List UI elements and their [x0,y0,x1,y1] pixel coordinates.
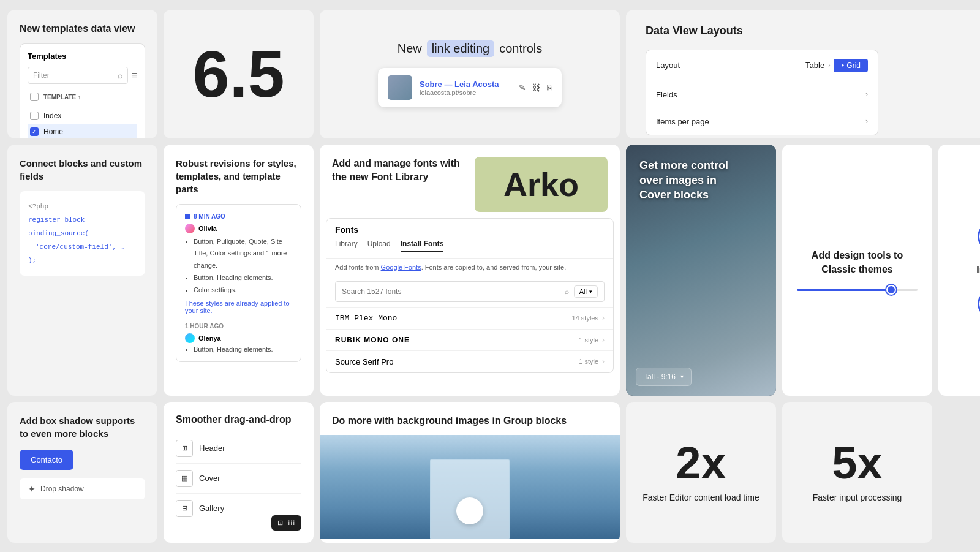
fonts-panel: Fonts Library Upload Install Fonts Add f… [326,218,614,373]
gallery-drag-icon: ⊟ [176,500,193,517]
layout-chevron: › [828,62,830,69]
dot-icon: ● [841,62,844,68]
header-drag-icon: ⊞ [176,440,193,457]
font-row-right-source: 1 style › [579,357,605,366]
spinner-top-left [978,223,981,250]
tab-install-fonts[interactable]: Install Fonts [401,240,444,252]
fonts-panel-header: Fonts Library Upload Install Fonts [326,219,613,259]
font-row-rubik[interactable]: RUBIK MONO ONE 1 style › [326,329,613,350]
chevron-source: › [602,357,605,366]
box-shadow-card: Add box shadow supports to even more blo… [7,402,157,543]
arko-display: Arko [475,157,608,212]
link-editing-title: New link editing controls [398,40,543,57]
faster-editor-number: 2x [676,440,726,486]
drag-item-cover: ▦ Cover [176,464,301,494]
slider-thumb [886,285,896,295]
cover-text: Get more control over images in Cover bl… [639,158,738,203]
template-item-home[interactable]: ✓ Home [28,124,137,138]
template-item-index[interactable]: Index [28,108,137,124]
home-checkbox[interactable]: ✓ [30,127,39,136]
dragdrop-title: Smoother drag-and-drop [176,414,301,425]
table-option[interactable]: Table [805,61,824,70]
revision-dot-1: ● [185,214,190,219]
code-line-5: ); [28,254,137,267]
fonts-search-input[interactable] [342,287,565,296]
font-filter-select[interactable]: All▾ [574,285,598,298]
edit-icon[interactable]: ✎ [519,83,526,93]
contacto-button[interactable]: Contacto [20,450,74,470]
bg-image-top: Do more with background images in Group … [320,402,620,435]
code-block: <?php register_block_ binding_source( 'c… [20,191,145,276]
template-column-header: TEMPLATE ↑ [28,90,137,104]
search-icon: ⌕ [118,70,123,80]
grid-btn[interactable]: ● Grid [834,59,868,72]
code-line-4: 'core/custom-field', … [28,240,137,254]
link-card: Sobre — Leia Acosta leiaacosta.pt/sobre … [378,68,562,107]
link-info: Sobre — Leia Acosta leiaacosta.pt/sobre [420,80,511,96]
interactivity-title: Interactivity API [976,265,980,276]
revision-author-2: Olenya [185,333,292,343]
font-name-rubik: RUBIK MONO ONE [335,336,410,344]
font-row-right-rubik: 1 style › [579,336,605,344]
revisions-card: Robust revisions for styles, templates, … [164,145,314,396]
drag-toolbar-icon1[interactable]: ⊡ [277,519,283,527]
unlink-icon[interactable]: ⛓ [532,83,541,93]
chevron-ibm: › [602,314,605,322]
connect-blocks-card: Connect blocks and custom fields <?php r… [7,145,157,396]
font-row-ibm[interactable]: IBM Plex Mono 14 styles › [326,307,613,329]
fonts-panel-title: Fonts [335,225,605,235]
tab-library[interactable]: Library [335,240,358,252]
spinner-bottom-left [978,290,981,317]
revision-time-2: 1 HOUR AGO [185,323,292,330]
fonts-card: Add and manage fonts with the new Font L… [320,145,620,396]
cover-blocks-card: Get more control over images in Cover bl… [626,145,776,396]
link-name[interactable]: Sobre — Leia Acosta [420,80,511,89]
fields-chevron[interactable]: › [865,90,868,99]
items-chevron[interactable]: › [865,117,868,126]
fonts-tabs: Library Upload Install Fonts [335,240,605,252]
link-actions: ✎ ⛓ ⎘ [519,83,552,93]
design-tools-title: Add design tools to Classic themes [797,249,918,276]
filter-row: Filter ⌕ ≡ [28,67,137,84]
faster-input-number: 5x [832,440,882,486]
filter-options-icon[interactable]: ≡ [132,70,137,81]
drag-toolbar-icon2[interactable]: ⁞⁞⁞ [288,519,295,527]
link-url: leiaacosta.pt/sobre [420,89,511,96]
revisions-title: Robust revisions for styles, templates, … [176,157,301,195]
box-shadow-title: Add box shadow supports to even more blo… [20,414,145,440]
dragdrop-card: Smoother drag-and-drop ⊞ Header ▦ Cover … [164,402,314,543]
font-row-source[interactable]: Source Serif Pro 1 style › [326,350,613,372]
connect-title: Connect blocks and custom fields [20,157,145,183]
search-icon: ⌕ [565,287,569,296]
items-per-page-row: Items per page › [646,108,878,135]
templates-panel: Templates Filter ⌕ ≡ TEMPLATE ↑ Index ✓ … [20,43,145,138]
index-checkbox[interactable] [30,112,39,120]
fonts-title: Add and manage fonts with the new Font L… [332,157,465,184]
version-card: 6.5 [164,10,314,138]
circle-element [456,497,483,524]
filter-input[interactable]: Filter ⌕ [28,67,128,84]
layout-controls: Table › ● Grid [805,59,868,72]
templates-title: New templates data view [20,22,145,36]
fields-label: Fields [656,90,677,99]
templates-card: New templates data view Templates Filter… [7,10,157,138]
drop-shadow-row[interactable]: ✦ Drop shadow [20,478,145,499]
link-avatar [388,75,412,100]
data-view-card: Data View Layouts Layout Table › ● Grid … [626,10,980,138]
layouts-panel: Layout Table › ● Grid Fields › Items per… [646,50,878,135]
cover-dropdown[interactable]: Tall - 9:16 ▾ [636,368,692,386]
faster-input-label: Faster input processing [813,492,902,504]
faster-editor-card: 2x Faster Editor content load time [626,402,776,543]
header-checkbox[interactable] [30,93,39,101]
copy-icon[interactable]: ⎘ [547,83,552,93]
chevron-rubik: › [602,336,605,344]
drag-toolbar[interactable]: ⊡ ⁞⁞⁞ [271,515,301,531]
dropdown-chevron: ▾ [680,373,684,380]
google-fonts-link[interactable]: Google Fonts [381,263,421,271]
code-line-3: binding_source( [28,227,137,240]
slider-track[interactable] [797,289,918,291]
spinners-bottom [978,290,981,317]
font-name-ibm: IBM Plex Mono [335,314,397,323]
tab-upload[interactable]: Upload [368,240,391,252]
cover-image: Get more control over images in Cover bl… [626,145,776,396]
